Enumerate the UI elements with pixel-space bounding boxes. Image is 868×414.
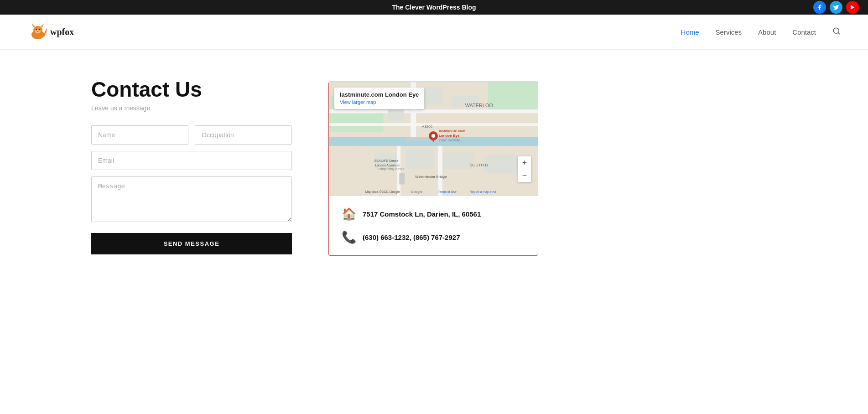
svg-text:Report a map error: Report a map error [470,190,497,194]
map-popup: lastminute.com London Eye View larger ma… [334,88,424,109]
svg-rect-22 [397,146,400,196]
svg-text:lastminute.com: lastminute.com [439,129,465,133]
svg-point-8 [36,29,37,31]
svg-rect-26 [388,109,404,121]
svg-text:Temporarily closed: Temporarily closed [378,167,405,171]
svg-marker-0 [851,5,854,10]
contact-form-section: Contact Us Leave us a message SEND MESSA… [91,77,292,256]
svg-text:London Eye: London Eye [439,134,460,138]
map-location-name: lastminute.com London Eye [340,91,419,98]
svg-text:London Aquarium: London Aquarium [375,164,400,167]
top-bar: The Clever WordPress Blog [0,0,868,15]
svg-point-10 [37,31,39,32]
svg-text:WATERLOO: WATERLOO [465,103,493,108]
svg-point-9 [39,29,40,31]
email-input[interactable] [91,151,292,170]
twitter-icon[interactable] [830,1,842,14]
header: wpfox Home Services About Contact [0,15,868,50]
svg-line-12 [838,32,839,34]
address-row: 🏠 7517 Comstock Ln, Darien, IL, 60561 [342,207,525,221]
svg-rect-21 [438,146,442,196]
svg-text:Map data ©2021 Google: Map data ©2021 Google [365,190,400,194]
svg-text:A3200: A3200 [422,124,433,129]
site-title: The Clever WordPress Blog [9,4,859,11]
svg-rect-17 [488,83,538,110]
zoom-out-button[interactable]: − [518,169,531,182]
main-nav: Home Services About Contact [681,27,841,37]
message-row [91,176,292,222]
address-icon: 🏠 [342,207,356,221]
phone-text: (630) 663-1232, (865) 767-2927 [363,233,460,241]
svg-text:SEA LIFE Centre: SEA LIFE Centre [374,159,399,162]
map-zoom-controls: + − [518,156,531,182]
contact-info-card: WATERLOO SOUTH B SEA LIFE Centre London … [328,82,538,256]
svg-rect-30 [483,155,520,173]
nav-home[interactable]: Home [681,28,699,36]
svg-rect-38 [399,173,405,185]
message-textarea[interactable] [91,176,292,222]
logo[interactable]: wpfox [27,23,74,41]
svg-text:Westminster Bridge: Westminster Bridge [415,175,447,179]
name-occupation-row [91,125,292,145]
svg-text:Terms of Use: Terms of Use [438,190,457,193]
svg-rect-19 [329,109,538,113]
social-icons [813,1,859,14]
logo-text: wpfox [50,27,74,37]
svg-text:Google: Google [411,190,422,194]
nav-about[interactable]: About [758,28,776,36]
nav-contact[interactable]: Contact [792,28,816,36]
view-larger-map-link[interactable]: View larger map [340,99,376,105]
phone-row: 📞 (630) 663-1232, (865) 767-2927 [342,230,525,244]
svg-rect-28 [406,150,433,169]
phone-icon: 📞 [342,230,356,244]
address-text: 7517 Comstock Ln, Darien, IL, 60561 [363,210,481,218]
nav-services[interactable]: Services [716,28,742,36]
zoom-in-button[interactable]: + [518,156,531,169]
occupation-input[interactable] [195,125,292,145]
form-title: Contact Us [91,77,292,102]
main-content: Contact Us Leave us a message SEND MESSA… [0,50,639,283]
svg-text:SOUTH B: SOUTH B [470,163,488,167]
map-container: WATERLOO SOUTH B SEA LIFE Centre London … [329,82,538,196]
youtube-icon[interactable] [846,1,859,14]
facebook-icon[interactable] [813,1,826,14]
send-message-button[interactable]: SEND MESSAGE [91,233,292,254]
svg-rect-20 [329,123,538,126]
contact-details: 🏠 7517 Comstock Ln, Darien, IL, 60561 📞 … [329,196,538,255]
logo-icon [27,23,48,41]
svg-point-41 [431,134,435,138]
email-row [91,151,292,170]
name-input[interactable] [91,125,188,145]
form-subtitle: Leave us a message [91,104,292,112]
svg-text:Iconic riverside...: Iconic riverside... [439,139,463,142]
search-button[interactable] [832,27,841,37]
